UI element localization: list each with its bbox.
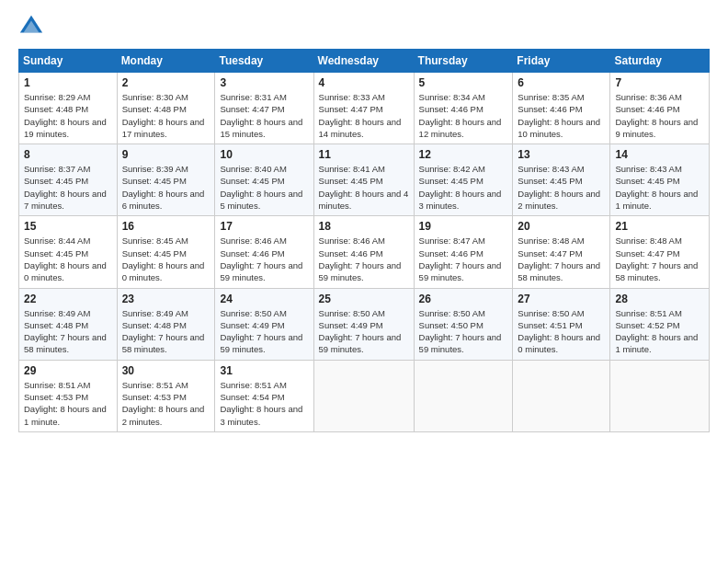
calendar-week-row: 15Sunrise: 8:44 AMSunset: 4:45 PMDayligh…: [19, 216, 710, 288]
calendar-cell: 4Sunrise: 8:33 AMSunset: 4:47 PMDaylight…: [313, 73, 414, 144]
day-info: Sunrise: 8:46 AMSunset: 4:46 PMDaylight:…: [319, 235, 409, 283]
day-info: Sunrise: 8:51 AMSunset: 4:53 PMDaylight:…: [122, 379, 210, 428]
day-number: 24: [220, 293, 308, 305]
day-info: Sunrise: 8:49 AMSunset: 4:48 PMDaylight:…: [122, 307, 210, 356]
calendar-cell: 13Sunrise: 8:43 AMSunset: 4:45 PMDayligh…: [513, 144, 610, 216]
day-info: Sunrise: 8:46 AMSunset: 4:46 PMDaylight:…: [220, 235, 308, 283]
day-info: Sunrise: 8:43 AMSunset: 4:45 PMDaylight:…: [615, 163, 704, 212]
day-number: 1: [24, 76, 112, 89]
day-number: 9: [122, 148, 210, 161]
calendar-week-row: 8Sunrise: 8:37 AMSunset: 4:45 PMDaylight…: [19, 144, 710, 216]
day-info: Sunrise: 8:44 AMSunset: 4:45 PMDaylight:…: [24, 235, 112, 283]
calendar-cell: 8Sunrise: 8:37 AMSunset: 4:45 PMDaylight…: [19, 144, 118, 216]
day-number: 3: [220, 76, 308, 89]
day-number: 28: [615, 293, 704, 305]
calendar-cell: 2Sunrise: 8:30 AMSunset: 4:48 PMDaylight…: [117, 73, 215, 144]
day-info: Sunrise: 8:37 AMSunset: 4:45 PMDaylight:…: [24, 163, 112, 212]
day-number: 30: [122, 364, 210, 377]
day-info: Sunrise: 8:43 AMSunset: 4:45 PMDaylight:…: [518, 163, 605, 212]
calendar-cell: 23Sunrise: 8:49 AMSunset: 4:48 PMDayligh…: [117, 288, 215, 360]
day-number: 16: [122, 220, 210, 233]
day-number: 4: [319, 76, 409, 89]
day-number: 10: [220, 148, 308, 161]
calendar-cell: 20Sunrise: 8:48 AMSunset: 4:47 PMDayligh…: [513, 216, 610, 288]
calendar-cell: [313, 360, 414, 431]
day-number: 14: [615, 148, 704, 161]
day-number: 18: [319, 220, 409, 233]
logo: [18, 14, 46, 40]
day-number: 23: [122, 293, 210, 305]
day-number: 2: [122, 76, 210, 89]
day-number: 17: [220, 220, 308, 233]
day-info: Sunrise: 8:50 AMSunset: 4:51 PMDaylight:…: [518, 307, 605, 356]
calendar-cell: 28Sunrise: 8:51 AMSunset: 4:52 PMDayligh…: [610, 288, 710, 360]
day-info: Sunrise: 8:41 AMSunset: 4:45 PMDaylight:…: [319, 163, 409, 212]
day-number: 27: [518, 293, 605, 305]
day-info: Sunrise: 8:42 AMSunset: 4:45 PMDaylight:…: [419, 163, 508, 212]
calendar-cell: 22Sunrise: 8:49 AMSunset: 4:48 PMDayligh…: [19, 288, 118, 360]
calendar-cell: 10Sunrise: 8:40 AMSunset: 4:45 PMDayligh…: [215, 144, 313, 216]
calendar-cell: [414, 360, 513, 431]
day-number: 13: [518, 148, 605, 161]
day-number: 12: [419, 148, 508, 161]
header: [18, 14, 710, 40]
calendar-cell: 17Sunrise: 8:46 AMSunset: 4:46 PMDayligh…: [215, 216, 313, 288]
calendar-table: SundayMondayTuesdayWednesdayThursdayFrid…: [18, 49, 710, 432]
calendar-cell: 16Sunrise: 8:45 AMSunset: 4:45 PMDayligh…: [117, 216, 215, 288]
calendar-cell: 29Sunrise: 8:51 AMSunset: 4:53 PMDayligh…: [19, 360, 118, 431]
day-number: 31: [220, 364, 308, 377]
calendar-cell: 1Sunrise: 8:29 AMSunset: 4:48 PMDaylight…: [19, 73, 118, 144]
calendar-week-row: 22Sunrise: 8:49 AMSunset: 4:48 PMDayligh…: [19, 288, 710, 360]
day-info: Sunrise: 8:45 AMSunset: 4:45 PMDaylight:…: [122, 235, 210, 283]
day-of-week-header: Sunday: [19, 50, 118, 73]
day-info: Sunrise: 8:48 AMSunset: 4:47 PMDaylight:…: [615, 235, 704, 283]
calendar-cell: 5Sunrise: 8:34 AMSunset: 4:46 PMDaylight…: [414, 73, 513, 144]
calendar-cell: 27Sunrise: 8:50 AMSunset: 4:51 PMDayligh…: [513, 288, 610, 360]
calendar-header-row: SundayMondayTuesdayWednesdayThursdayFrid…: [19, 50, 710, 73]
day-info: Sunrise: 8:49 AMSunset: 4:48 PMDaylight:…: [24, 307, 112, 356]
day-info: Sunrise: 8:47 AMSunset: 4:46 PMDaylight:…: [419, 235, 508, 283]
calendar-week-row: 29Sunrise: 8:51 AMSunset: 4:53 PMDayligh…: [19, 360, 710, 431]
calendar-cell: 15Sunrise: 8:44 AMSunset: 4:45 PMDayligh…: [19, 216, 118, 288]
day-number: 22: [24, 293, 112, 305]
day-info: Sunrise: 8:33 AMSunset: 4:47 PMDaylight:…: [319, 91, 409, 140]
day-info: Sunrise: 8:34 AMSunset: 4:46 PMDaylight:…: [419, 91, 508, 140]
day-number: 20: [518, 220, 605, 233]
calendar-cell: [610, 360, 710, 431]
page: SundayMondayTuesdayWednesdayThursdayFrid…: [0, 0, 728, 563]
day-number: 7: [615, 76, 704, 89]
day-number: 25: [319, 293, 409, 305]
day-info: Sunrise: 8:48 AMSunset: 4:47 PMDaylight:…: [518, 235, 605, 283]
day-number: 19: [419, 220, 508, 233]
calendar-cell: 25Sunrise: 8:50 AMSunset: 4:49 PMDayligh…: [313, 288, 414, 360]
day-number: 21: [615, 220, 704, 233]
day-of-week-header: Monday: [117, 50, 215, 73]
day-number: 11: [319, 148, 409, 161]
calendar-cell: 6Sunrise: 8:35 AMSunset: 4:46 PMDaylight…: [513, 73, 610, 144]
calendar-cell: 14Sunrise: 8:43 AMSunset: 4:45 PMDayligh…: [610, 144, 710, 216]
calendar-week-row: 1Sunrise: 8:29 AMSunset: 4:48 PMDaylight…: [19, 73, 710, 144]
day-of-week-header: Tuesday: [215, 50, 313, 73]
day-number: 26: [419, 293, 508, 305]
day-info: Sunrise: 8:29 AMSunset: 4:48 PMDaylight:…: [24, 91, 112, 140]
day-of-week-header: Thursday: [414, 50, 513, 73]
logo-icon: [18, 14, 44, 40]
day-info: Sunrise: 8:51 AMSunset: 4:54 PMDaylight:…: [220, 379, 308, 428]
day-info: Sunrise: 8:31 AMSunset: 4:47 PMDaylight:…: [220, 91, 308, 140]
calendar-cell: 9Sunrise: 8:39 AMSunset: 4:45 PMDaylight…: [117, 144, 215, 216]
day-of-week-header: Friday: [513, 50, 610, 73]
calendar-cell: 21Sunrise: 8:48 AMSunset: 4:47 PMDayligh…: [610, 216, 710, 288]
day-info: Sunrise: 8:50 AMSunset: 4:49 PMDaylight:…: [319, 307, 409, 356]
calendar-cell: 30Sunrise: 8:51 AMSunset: 4:53 PMDayligh…: [117, 360, 215, 431]
day-info: Sunrise: 8:36 AMSunset: 4:46 PMDaylight:…: [615, 91, 704, 140]
calendar-cell: [513, 360, 610, 431]
day-number: 5: [419, 76, 508, 89]
day-info: Sunrise: 8:39 AMSunset: 4:45 PMDaylight:…: [122, 163, 210, 212]
day-of-week-header: Saturday: [610, 50, 710, 73]
day-info: Sunrise: 8:50 AMSunset: 4:50 PMDaylight:…: [419, 307, 508, 356]
calendar-cell: 26Sunrise: 8:50 AMSunset: 4:50 PMDayligh…: [414, 288, 513, 360]
day-number: 15: [24, 220, 112, 233]
day-info: Sunrise: 8:40 AMSunset: 4:45 PMDaylight:…: [220, 163, 308, 212]
calendar-cell: 19Sunrise: 8:47 AMSunset: 4:46 PMDayligh…: [414, 216, 513, 288]
day-info: Sunrise: 8:51 AMSunset: 4:53 PMDaylight:…: [24, 379, 112, 428]
